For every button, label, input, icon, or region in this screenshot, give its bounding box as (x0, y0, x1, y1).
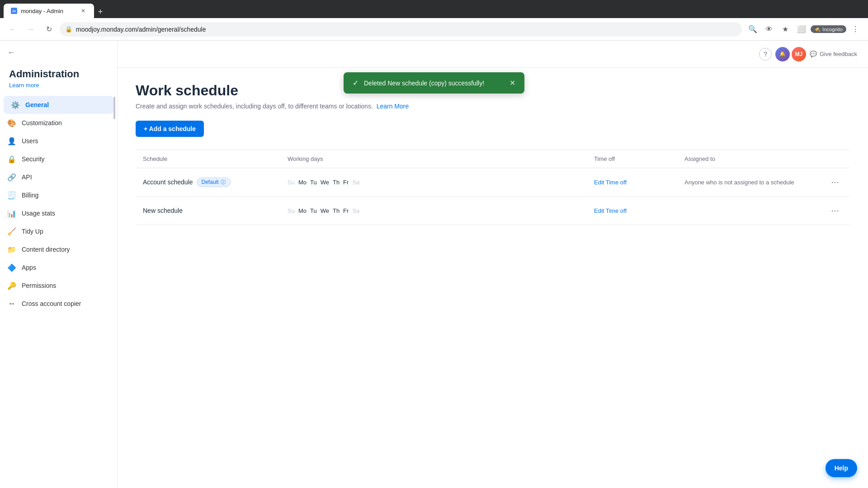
header-actions (820, 155, 843, 162)
day-mo-new: Mo (298, 207, 307, 214)
sidebar-item-api[interactable]: 🔗 API (0, 168, 117, 186)
sidebar-item-security[interactable]: 🔒 Security (0, 150, 117, 168)
edit-time-off-link-new[interactable]: Edit Time off (594, 207, 627, 214)
back-button[interactable]: ← (5, 22, 20, 37)
sidebar-nav: ⚙️ General 🎨 Customization 👤 Users 🔒 Sec… (0, 92, 117, 488)
avatar-group: 🔔 MJ (775, 47, 806, 61)
sidebar-item-label-cross-account: Cross account copier (22, 300, 81, 307)
day-we: We (321, 179, 329, 186)
schedule-name-new: New schedule (143, 207, 288, 214)
sidebar-learn-more[interactable]: Learn more (9, 82, 108, 89)
header-schedule: Schedule (143, 155, 288, 162)
day-sa-new: Sa (352, 207, 359, 214)
customization-icon: 🎨 (7, 118, 16, 127)
assigned-to-account: Anyone who is not assigned to a schedule (684, 179, 820, 186)
address-bar[interactable]: 🔒 moodjoy.monday.com/admin/general/sched… (60, 22, 742, 37)
header-working-days: Working days (288, 155, 594, 162)
header-time-off: Time off (594, 155, 684, 162)
sidebar-item-customization[interactable]: 🎨 Customization (0, 114, 117, 132)
sidebar-item-tidy-up[interactable]: 🧹 Tidy Up (0, 222, 117, 240)
day-su-new: Su (288, 207, 295, 214)
bookmark-button[interactable]: ★ (778, 22, 793, 37)
day-sa: Sa (352, 179, 359, 186)
day-fr: Fr (343, 179, 349, 186)
notifications-avatar[interactable]: 🔔 (775, 47, 790, 61)
tab-close-button[interactable]: ✕ (80, 7, 87, 14)
more-options-button-new[interactable]: ⋯ (827, 204, 843, 217)
user-actions: ? 🔔 MJ 💬 Give feedback (759, 47, 857, 61)
sidebar-item-label-api: API (22, 174, 32, 181)
sidebar-item-label-security: Security (22, 155, 45, 163)
sidebar-item-label-permissions: Permissions (22, 282, 56, 289)
page-description: Create and assign work schedules, includ… (136, 103, 850, 110)
row-actions-account: ⋯ (820, 175, 843, 189)
api-icon: 🔗 (7, 173, 16, 182)
sidebar-header: Administration Learn more (0, 57, 117, 92)
browser-chrome: m monday - Admin ✕ + ← → ↻ 🔒 moodjoy.mon… (0, 0, 868, 41)
sidebar-item-users[interactable]: 👤 Users (0, 132, 117, 150)
sidebar-item-label-users: Users (22, 137, 38, 145)
day-tu: Tu (310, 179, 317, 186)
chrome-lens-button[interactable]: 👁 (762, 22, 776, 37)
help-button[interactable]: Help (826, 459, 857, 477)
sidebar-item-cross-account[interactable]: ↔️ Cross account copier (0, 295, 117, 313)
table-row: New schedule Su Mo Tu We Th Fr Sa Edit T… (136, 197, 850, 225)
search-button[interactable]: 🔍 (745, 22, 760, 37)
sidebar-item-label-usage-stats: Usage stats (22, 210, 55, 217)
row-actions-new: ⋯ (820, 204, 843, 217)
active-tab[interactable]: m monday - Admin ✕ (4, 4, 94, 18)
usage-stats-icon: 📊 (7, 209, 16, 218)
add-schedule-button[interactable]: + Add a schedule (136, 121, 204, 137)
help-icon-button[interactable]: ? (759, 48, 772, 61)
sidebar: ← Administration Learn more ⚙️ General 🎨… (0, 41, 118, 488)
schedule-table: Schedule Working days Time off Assigned … (136, 150, 850, 225)
incognito-badge: 🕵 Incognito (811, 25, 846, 33)
toast-close-button[interactable]: ✕ (509, 79, 515, 87)
working-days-account: Su Mo Tu We Th Fr Sa (288, 179, 594, 186)
main-content: ? 🔔 MJ 💬 Give feedback Work schedule Cre… (118, 41, 868, 488)
sidebar-item-content-directory[interactable]: 📁 Content directory (0, 240, 117, 258)
url-display: moodjoy.monday.com/admin/general/schedul… (76, 26, 206, 33)
give-feedback-button[interactable]: 💬 Give feedback (810, 51, 857, 57)
day-su: Su (288, 179, 295, 186)
table-row: Account schedule Default ⓘ Su Mo Tu We T… (136, 168, 850, 197)
badge-info-icon: ⓘ (221, 179, 226, 186)
billing-icon: 🧾 (7, 191, 16, 200)
sidebar-item-billing[interactable]: 🧾 Billing (0, 186, 117, 204)
user-avatar[interactable]: MJ (792, 47, 806, 61)
more-options-button-account[interactable]: ⋯ (827, 175, 843, 189)
time-off-new: Edit Time off (594, 206, 684, 215)
sidebar-title: Administration (9, 68, 108, 80)
sidebar-back-button[interactable]: ← (7, 48, 15, 57)
security-icon: 🔒 (7, 155, 16, 164)
sidebar-item-general[interactable]: ⚙️ General (4, 96, 113, 114)
header-assigned-to: Assigned to (684, 155, 820, 162)
toast-check-icon: ✓ (353, 79, 359, 87)
time-off-account: Edit Time off (594, 178, 684, 186)
sidebar-item-permissions[interactable]: 🔑 Permissions (0, 277, 117, 295)
learn-more-link[interactable]: Learn More (377, 103, 409, 110)
split-view-button[interactable]: ⬜ (794, 22, 809, 37)
working-days-new: Su Mo Tu We Th Fr Sa (288, 207, 594, 214)
reload-button[interactable]: ↻ (42, 22, 56, 37)
content-main: Work schedule Create and assign work sch… (118, 68, 868, 239)
edit-time-off-link-account[interactable]: Edit Time off (594, 179, 627, 186)
apps-icon: 🔷 (7, 263, 16, 272)
sidebar-item-label-apps: Apps (22, 264, 36, 271)
sidebar-item-label-billing: Billing (22, 192, 38, 199)
tab-favicon: m (11, 8, 17, 14)
new-tab-button[interactable]: + (94, 5, 107, 18)
sidebar-item-apps[interactable]: 🔷 Apps (0, 258, 117, 277)
sidebar-scrollbar[interactable] (113, 97, 115, 119)
table-header: Schedule Working days Time off Assigned … (136, 150, 850, 168)
cross-account-icon: ↔️ (7, 299, 16, 308)
give-feedback-label: Give feedback (820, 51, 857, 57)
menu-button[interactable]: ⋮ (848, 22, 863, 37)
toolbar-actions: 🔍 👁 ★ ⬜ 🕵 Incognito ⋮ (745, 22, 863, 37)
day-th: Th (333, 179, 340, 186)
sidebar-item-label-content-directory: Content directory (22, 246, 70, 253)
general-icon: ⚙️ (11, 100, 20, 109)
sidebar-item-usage-stats[interactable]: 📊 Usage stats (0, 204, 117, 222)
sidebar-item-label-customization: Customization (22, 119, 62, 127)
forward-button[interactable]: → (24, 22, 38, 37)
